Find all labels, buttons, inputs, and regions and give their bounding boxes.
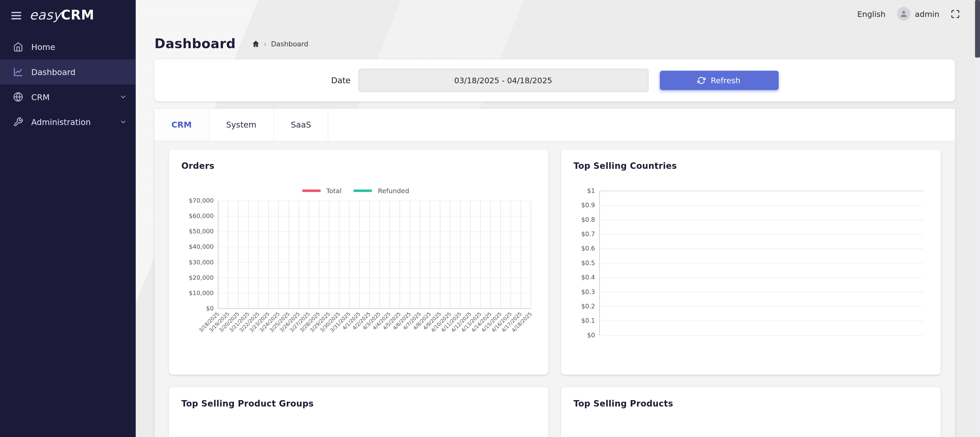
- logo-easy: easy: [29, 8, 61, 22]
- svg-text:$60,000: $60,000: [189, 212, 214, 219]
- sidebar-item-crm[interactable]: CRM: [0, 84, 136, 110]
- tab-system[interactable]: System: [209, 109, 274, 141]
- page-header: Dashboard › Dashboard: [154, 37, 955, 51]
- top-products-card: Top Selling Products: [561, 387, 940, 437]
- avatar: [897, 7, 911, 21]
- scrollbar-thumb[interactable]: [975, 0, 980, 58]
- svg-text:$0.7: $0.7: [581, 230, 595, 238]
- breadcrumb-current: Dashboard: [271, 40, 309, 48]
- svg-text:$0: $0: [206, 305, 214, 312]
- card-title-top-countries: Top Selling Countries: [573, 161, 928, 171]
- breadcrumb-home-icon[interactable]: [252, 40, 259, 48]
- card-title-top-product-groups: Top Selling Product Groups: [181, 398, 536, 408]
- svg-text:$20,000: $20,000: [189, 274, 214, 281]
- svg-text:$70,000: $70,000: [189, 197, 214, 204]
- sidebar-item-dashboard[interactable]: Dashboard: [0, 59, 136, 84]
- content-panel: CRM System SaaS Orders Total Refunded $7…: [154, 109, 955, 437]
- main-area: English admin Dashboard › Dashboard Date: [136, 0, 980, 437]
- svg-text:$40,000: $40,000: [189, 243, 214, 250]
- sidebar-header: easyCRM: [0, 0, 136, 28]
- language-selector[interactable]: English: [857, 9, 886, 18]
- username: admin: [915, 9, 940, 18]
- logo-crm: CRM: [61, 8, 94, 22]
- sidebar-item-home[interactable]: Home: [0, 34, 136, 59]
- orders-card: Orders Total Refunded $70,000$60,000$50,…: [169, 149, 549, 375]
- legend-label-total: Total: [326, 187, 342, 194]
- svg-text:$0.3: $0.3: [581, 288, 595, 296]
- wrench-icon: [13, 117, 23, 127]
- top-product-groups-card: Top Selling Product Groups: [169, 387, 549, 437]
- svg-text:$1: $1: [587, 187, 595, 194]
- breadcrumb: › Dashboard: [252, 40, 309, 48]
- chevron-down-icon: [119, 118, 127, 126]
- fullscreen-icon: [951, 9, 960, 18]
- home-icon: [13, 42, 23, 52]
- svg-text:$30,000: $30,000: [189, 259, 214, 266]
- svg-text:$10,000: $10,000: [189, 289, 214, 297]
- sidebar-item-label: Administration: [31, 117, 91, 127]
- refresh-icon: [698, 76, 706, 84]
- svg-text:$0: $0: [587, 332, 595, 339]
- globe-icon: [13, 92, 23, 102]
- svg-text:$50,000: $50,000: [189, 228, 214, 235]
- top-countries-chart: $1$0.9$0.8$0.7$0.6$0.5$0.4$0.3$0.2$0.1$0: [573, 187, 928, 342]
- tab-saas[interactable]: SaaS: [274, 109, 328, 141]
- svg-text:$0.1: $0.1: [581, 317, 595, 324]
- refresh-button[interactable]: Refresh: [660, 71, 778, 90]
- sidebar-menu: Home Dashboard CRM Administration: [0, 34, 136, 135]
- sidebar-item-label: Home: [31, 42, 55, 52]
- fullscreen-button[interactable]: [951, 9, 960, 18]
- date-range-input[interactable]: [358, 69, 648, 92]
- orders-chart: $70,000$60,000$50,000$40,000$30,000$20,0…: [181, 197, 536, 344]
- page-title: Dashboard: [154, 37, 235, 51]
- svg-text:$0.9: $0.9: [581, 202, 595, 209]
- top-countries-card: Top Selling Countries $1$0.9$0.8$0.7$0.6…: [561, 149, 940, 375]
- date-filter-card: Date Refresh: [154, 59, 955, 102]
- app-logo: easyCRM: [29, 9, 94, 22]
- sidebar-item-administration[interactable]: Administration: [0, 110, 136, 135]
- svg-text:$0.4: $0.4: [581, 274, 595, 281]
- svg-text:$0.5: $0.5: [581, 259, 595, 267]
- date-label: Date: [331, 76, 351, 85]
- legend-label-refunded: Refunded: [378, 187, 409, 194]
- card-title-top-products: Top Selling Products: [573, 398, 928, 408]
- svg-text:$0.2: $0.2: [581, 303, 595, 310]
- tabs-bar: CRM System SaaS: [154, 109, 955, 141]
- topbar: English admin: [136, 0, 980, 27]
- sidebar: easyCRM Home Dashboard CRM Administratio…: [0, 0, 136, 437]
- chevron-down-icon: [119, 93, 127, 101]
- sidebar-item-label: Dashboard: [31, 67, 75, 76]
- legend-swatch-total: [302, 189, 321, 192]
- svg-text:$0.6: $0.6: [581, 245, 595, 252]
- user-menu[interactable]: admin: [897, 7, 939, 21]
- svg-text:$0.8: $0.8: [581, 216, 595, 223]
- user-icon: [899, 10, 908, 18]
- scrollbar[interactable]: [975, 0, 980, 437]
- line-chart-icon: [13, 67, 23, 77]
- menu-toggle-button[interactable]: [11, 11, 21, 19]
- card-title-orders: Orders: [181, 161, 536, 171]
- sidebar-item-label: CRM: [31, 92, 50, 102]
- breadcrumb-separator: ›: [264, 40, 267, 48]
- legend-swatch-refunded: [353, 189, 372, 192]
- refresh-label: Refresh: [711, 76, 740, 85]
- orders-chart-legend: Total Refunded: [181, 187, 536, 194]
- dashboard-cards: Orders Total Refunded $70,000$60,000$50,…: [154, 141, 955, 437]
- tab-crm[interactable]: CRM: [154, 109, 209, 141]
- app-window: easyCRM Home Dashboard CRM Administratio…: [0, 0, 980, 437]
